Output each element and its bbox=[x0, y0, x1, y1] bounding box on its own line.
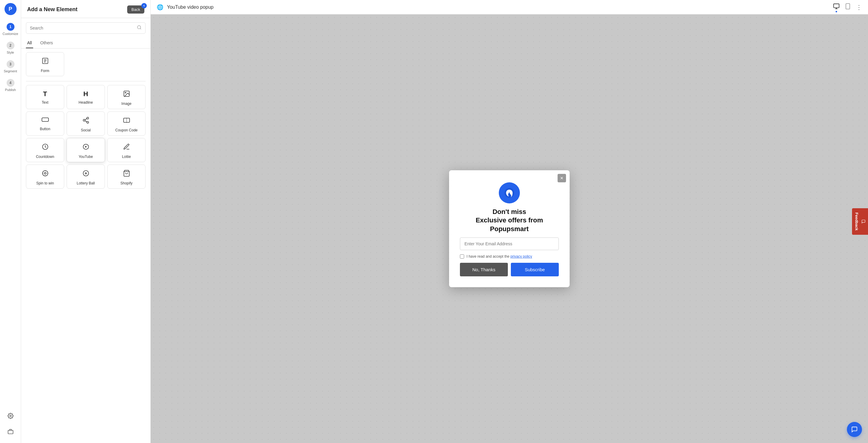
step-num-1: 1 bbox=[7, 23, 14, 31]
tab-all[interactable]: All bbox=[26, 38, 33, 48]
sidebar-panel: Add a New Element Back All Others Form bbox=[21, 0, 151, 443]
countdown-label: Countdown bbox=[36, 155, 54, 159]
svg-point-13 bbox=[87, 122, 89, 123]
subscribe-button[interactable]: Subscribe bbox=[511, 263, 559, 276]
search-input[interactable] bbox=[30, 26, 134, 30]
svg-line-15 bbox=[85, 119, 87, 120]
elements-row-2: Button Social Coupon Code bbox=[26, 112, 146, 136]
svg-point-9 bbox=[125, 92, 126, 93]
back-button[interactable]: Back bbox=[127, 5, 144, 13]
element-countdown[interactable]: Countdown bbox=[26, 138, 64, 162]
search-bar bbox=[26, 22, 146, 34]
top-bar-actions: ⋮ bbox=[833, 3, 862, 11]
elements-row-4: Spin to win Lottery Ball Shopify bbox=[26, 164, 146, 189]
element-youtube[interactable]: YouTube bbox=[67, 138, 105, 162]
element-form[interactable]: Form bbox=[26, 52, 64, 76]
sidebar-header: Add a New Element Back bbox=[21, 0, 150, 18]
popup-body: Don't missExclusive offers fromPopupsmar… bbox=[449, 170, 569, 287]
lottie-label: Lottie bbox=[122, 155, 131, 159]
text-label: Text bbox=[41, 100, 48, 104]
youtube-icon bbox=[82, 143, 90, 152]
step-label-2: Style bbox=[7, 51, 14, 54]
no-thanks-button[interactable]: No, Thanks bbox=[460, 263, 508, 276]
lottie-icon bbox=[123, 143, 130, 152]
nav-step-2[interactable]: 2 Style bbox=[0, 39, 21, 57]
element-lottie[interactable]: Lottie bbox=[107, 138, 146, 162]
popup-close-button[interactable]: ✕ bbox=[558, 174, 566, 182]
lottery-icon bbox=[82, 170, 90, 179]
svg-point-21 bbox=[44, 172, 46, 174]
popup-logo bbox=[499, 182, 520, 203]
left-nav: P 1 Customize 2 Style 3 Segment 4 Publis… bbox=[0, 0, 21, 443]
svg-point-2 bbox=[137, 26, 141, 29]
svg-point-12 bbox=[83, 119, 85, 121]
mobile-view-button[interactable] bbox=[844, 3, 851, 11]
button-label: Button bbox=[40, 127, 50, 131]
nav-step-4[interactable]: 4 Publish bbox=[0, 76, 21, 95]
popup-email-input[interactable] bbox=[460, 238, 559, 250]
elements-row-1: T Text H Headline Image bbox=[26, 85, 146, 109]
spin-icon bbox=[41, 170, 49, 179]
element-image[interactable]: Image bbox=[107, 85, 146, 109]
svg-point-20 bbox=[42, 170, 48, 176]
svg-point-11 bbox=[87, 117, 89, 119]
step-label-3: Segment bbox=[4, 69, 17, 73]
element-social[interactable]: Social bbox=[67, 112, 105, 136]
nav-step-3[interactable]: 3 Segment bbox=[0, 57, 21, 76]
popup-privacy-checkbox[interactable] bbox=[460, 254, 464, 259]
element-button[interactable]: Button bbox=[26, 112, 64, 136]
section-divider bbox=[26, 81, 146, 82]
svg-rect-28 bbox=[834, 4, 839, 8]
coupon-icon bbox=[123, 117, 130, 126]
globe-icon: 🌐 bbox=[157, 4, 163, 10]
back-btn-badge bbox=[141, 3, 147, 8]
element-spin[interactable]: Spin to win bbox=[26, 164, 64, 189]
social-label: Social bbox=[81, 128, 91, 132]
youtube-label: YouTube bbox=[79, 155, 93, 159]
step-label-4: Publish bbox=[5, 88, 16, 92]
element-text[interactable]: T Text bbox=[26, 85, 64, 109]
element-coupon[interactable]: Coupon Code bbox=[107, 112, 146, 136]
svg-line-14 bbox=[85, 121, 87, 122]
headline-label: Headline bbox=[79, 100, 93, 104]
social-icon bbox=[82, 117, 90, 126]
chat-button[interactable] bbox=[847, 422, 862, 437]
svg-point-0 bbox=[10, 415, 11, 417]
popup-checkbox-label: I have read and accept the privacy polic… bbox=[467, 254, 532, 259]
svg-rect-10 bbox=[42, 118, 49, 122]
popup-checkbox-row: I have read and accept the privacy polic… bbox=[460, 254, 559, 259]
step-num-3: 3 bbox=[7, 60, 14, 68]
button-icon bbox=[41, 117, 49, 124]
more-options-button[interactable]: ⋮ bbox=[856, 4, 862, 11]
svg-point-33 bbox=[504, 188, 514, 197]
briefcase-icon-button[interactable] bbox=[5, 426, 16, 437]
back-label: Back bbox=[131, 7, 140, 12]
feedback-tab[interactable]: Feedback bbox=[852, 208, 868, 235]
svg-rect-1 bbox=[8, 430, 13, 434]
tabs: All Others bbox=[21, 38, 150, 49]
shopify-icon bbox=[123, 170, 130, 179]
text-icon: T bbox=[43, 90, 47, 98]
feedback-label: Feedback bbox=[855, 213, 859, 230]
element-shopify[interactable]: Shopify bbox=[107, 164, 146, 189]
image-label: Image bbox=[121, 101, 131, 106]
settings-button[interactable] bbox=[5, 410, 16, 421]
desktop-view-button[interactable] bbox=[833, 3, 840, 11]
svg-rect-16 bbox=[124, 118, 130, 122]
nav-step-1[interactable]: 1 Customize bbox=[0, 20, 21, 39]
element-headline[interactable]: H Headline bbox=[67, 85, 105, 109]
sidebar-title: Add a New Element bbox=[27, 6, 78, 13]
grid-section-form: Form bbox=[26, 52, 146, 76]
coupon-label: Coupon Code bbox=[115, 128, 137, 132]
popup-buttons: No, Thanks Subscribe bbox=[460, 263, 559, 276]
lottery-label: Lottery Ball bbox=[76, 181, 95, 185]
svg-line-3 bbox=[140, 28, 141, 29]
svg-marker-19 bbox=[85, 146, 87, 148]
step-num-4: 4 bbox=[7, 79, 14, 87]
element-lottery[interactable]: Lottery Ball bbox=[67, 164, 105, 189]
privacy-policy-link[interactable]: privacy policy bbox=[510, 254, 532, 259]
step-num-2: 2 bbox=[7, 41, 14, 50]
tab-others[interactable]: Others bbox=[39, 38, 54, 48]
form-icon bbox=[41, 57, 49, 66]
step-label-1: Customize bbox=[3, 32, 19, 36]
